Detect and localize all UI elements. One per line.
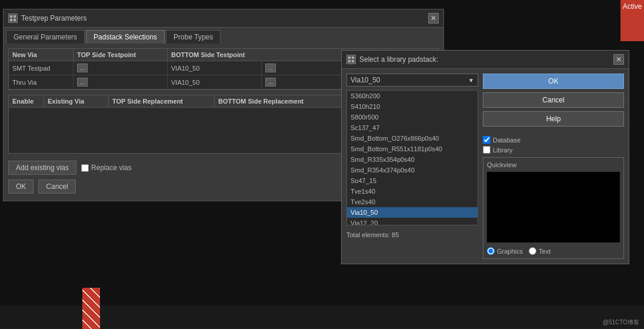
svg-rect-6 [348,60,351,62]
list-item[interactable]: S800r500 [347,112,478,122]
lib-action-buttons: OK Cancel Help [483,74,624,127]
thru-bottom-ellipsis[interactable]: ... [265,78,276,87]
list-item[interactable]: Smd_Bottom_R551x1181p0s40 [347,144,478,154]
text-radio-label: Text [529,247,550,255]
graphics-radio-label: Graphics [487,247,523,255]
library-checkbox-label: Library [483,146,624,154]
main-dialog-title: Testprep Parameters [21,14,86,22]
ok-button[interactable]: OK [8,180,34,194]
cell-thru-top: ... [74,75,168,89]
main-dialog-titlebar: Testprep Parameters ✕ [4,9,443,28]
quickview-canvas [487,172,620,242]
lib-ok-button[interactable]: OK [483,74,624,89]
cell-smt-via1: VIA10_50 [168,61,262,75]
list-item[interactable]: Tve2s40 [347,197,478,207]
total-elements: Total elements: 85 [346,231,478,238]
list-item[interactable]: Smd_R354x374p0s40 [347,165,478,175]
smt-top-ellipsis[interactable]: ... [77,64,88,72]
lib-right-panel: OK Cancel Help Database Library [483,74,624,259]
lib-dialog-icon [346,55,356,64]
lib-dialog-titlebar: Select a library padstack: ✕ [342,51,629,69]
list-item[interactable]: S360h200 [347,91,478,101]
header-enable: Enable [9,95,44,107]
text-radio[interactable] [529,247,536,255]
database-checkbox[interactable] [483,136,490,144]
list-item[interactable]: Sc137_47 [347,122,478,133]
lib-dialog-title: Select a library padstack: [359,55,438,64]
replace-vias-checkbox-label: Replace vias [81,164,132,172]
cancel-button[interactable]: Cancel [38,180,75,194]
quickview-title: Quickview [487,161,620,168]
lib-help-button[interactable]: Help [483,111,624,127]
list-item[interactable]: Smd_R335x354p0s40 [347,154,478,165]
view-radio-group: Graphics Text [487,247,620,255]
list-item[interactable]: S410h210 [347,101,478,112]
svg-rect-5 [352,57,354,59]
cell-smt-label: SMT Testpad [9,61,74,75]
lib-dialog: Select a library padstack: ✕ Via10_50 ▼ … [341,50,629,264]
dialog-icon [8,14,18,23]
active-label: Active [623,2,642,11]
main-dialog-close[interactable]: ✕ [428,13,439,24]
replace-vias-checkbox[interactable] [81,164,89,172]
add-existing-vias-button[interactable]: Add existing vias [8,161,76,175]
lib-content: Via10_50 ▼ S360h200 S410h210 S800r500 Sc… [342,69,629,264]
lib-left-panel: Via10_50 ▼ S360h200 S410h210 S800r500 Sc… [346,74,478,259]
tab-probe[interactable]: Probe Types [166,30,221,44]
lib-cancel-button[interactable]: Cancel [483,92,624,108]
database-checkbox-label: Database [483,136,624,144]
source-checkboxes: Database Library [483,136,624,154]
titlebar-left: Testprep Parameters [8,14,86,23]
svg-rect-3 [14,19,16,21]
svg-rect-0 [10,15,12,18]
list-item[interactable]: Smd_Bottom_O276x866p0s40 [347,133,478,144]
tab-general[interactable]: General Parameters [6,30,85,44]
padstack-dropdown[interactable]: Via10_50 ▼ [346,74,478,87]
cell-thru-label: Thru Via [9,75,74,89]
svg-rect-2 [10,19,12,21]
svg-rect-1 [14,15,16,18]
dropdown-arrow-icon: ▼ [468,77,474,84]
lib-titlebar-left: Select a library padstack: [346,55,438,64]
quickview-panel: Quickview Graphics Text [483,157,624,259]
header-existing-via: Existing Via [44,95,109,107]
padstack-listbox[interactable]: S360h200 S410h210 S800r500 Sc137_47 Smd_… [346,90,478,225]
list-item[interactable]: Via12_20 [347,218,478,225]
svg-rect-4 [348,57,351,59]
header-new-via: New Via [9,49,74,61]
cell-smt-top: ... [74,61,168,75]
lib-dialog-close[interactable]: ✕ [613,54,624,65]
red-square [632,29,644,41]
list-item[interactable]: Tve1s40 [347,186,478,197]
thru-top-ellipsis[interactable]: ... [77,78,88,87]
list-item-selected[interactable]: Via10_50 [347,207,478,218]
tab-padstack[interactable]: Padstack Selections [86,30,165,44]
cell-thru-via: VIA10_50 [168,75,262,89]
graphics-radio[interactable] [487,247,495,255]
tabs-bar: General Parameters Padstack Selections P… [4,28,443,44]
library-checkbox[interactable] [483,146,490,154]
header-top-testpoint: TOP Side Testpoint [74,49,168,61]
header-top-replacement: TOP Side Replacement [109,95,215,107]
red-diagonal-strip [82,288,100,329]
list-item[interactable]: So47_15 [347,175,478,186]
dropdown-value: Via10_50 [351,76,381,84]
smt-bottom-ellipsis[interactable]: ... [265,64,276,72]
svg-rect-7 [352,60,354,62]
watermark: @51CTO博客 [603,318,639,327]
